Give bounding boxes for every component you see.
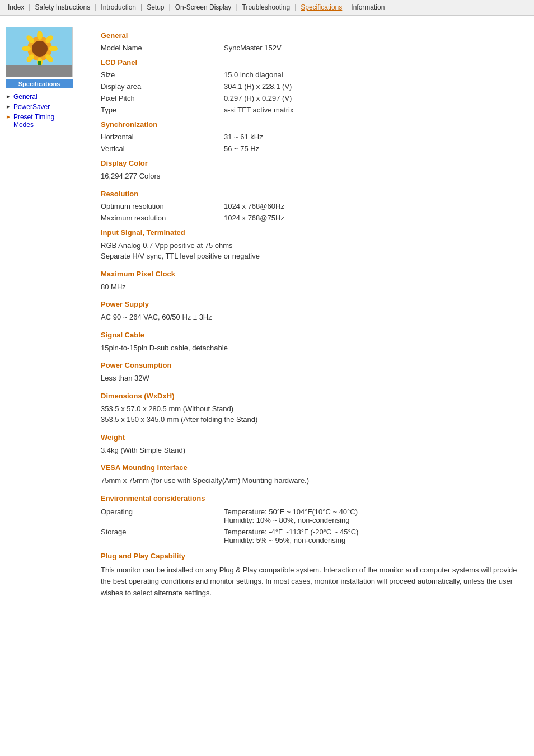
key-operating: Operating [101, 506, 224, 526]
row-max-res: Maximum resolution 1024 x 768@75Hz [101, 212, 523, 224]
nav-bar: Index | Safety Instructions | Introducti… [0, 0, 534, 16]
svg-point-6 [49, 46, 58, 51]
key-type: Type [101, 104, 224, 116]
section-sync: Synchronization [101, 116, 523, 131]
nav-item-setup[interactable]: Setup [143, 2, 167, 12]
val-operating: Temperature: 50°F ~ 104°F(10°C ~ 40°C) H… [224, 506, 523, 526]
val-power-consumption: Less than 32W [101, 372, 523, 387]
sidebar-image [6, 27, 73, 77]
key-display-area: Display area [101, 81, 224, 92]
nav-item-troubleshooting[interactable]: Troubleshooting [239, 2, 294, 12]
val-model-name: SyncMaster 152V [224, 42, 523, 54]
key-horizontal: Horizontal [101, 131, 224, 143]
section-input-signal: Input Signal, Terminated [101, 224, 523, 239]
spec-table-resolution: Optimum resolution 1024 x 768@60Hz Maxim… [101, 200, 523, 224]
section-power-consumption: Power Consumption [101, 356, 523, 372]
section-resolution: Resolution [101, 185, 523, 200]
row-pixel-pitch: Pixel Pitch 0.297 (H) x 0.297 (V) [101, 92, 523, 104]
row-vertical: Vertical 56 ~ 75 Hz [101, 143, 523, 154]
key-pixel-pitch: Pixel Pitch [101, 92, 224, 104]
key-model-name: Model Name [101, 42, 224, 54]
row-storage: Storage Temperature: -4°F ~113°F (-20°C … [101, 526, 523, 546]
svg-rect-12 [38, 61, 41, 68]
section-display-color: Display Color [101, 154, 523, 170]
nav-item-specifications[interactable]: Specifications [297, 2, 345, 12]
sidebar-menu: ► General ► PowerSaver ► Preset TimingMo… [6, 93, 84, 129]
section-weight: Weight [101, 429, 523, 444]
nav-item-osd[interactable]: On-Screen Display [172, 2, 235, 12]
val-weight: 3.4kg (With Simple Stand) [101, 444, 523, 459]
val-type: a-si TFT active matrix [224, 104, 523, 116]
nav-sep-2: | [93, 3, 97, 11]
sidebar: Specifications ► General ► PowerSaver ► … [0, 21, 90, 605]
val-input-signal: RGB Analog 0.7 Vpp positive at 75 ohms S… [101, 239, 523, 265]
nav-item-index[interactable]: Index [4, 2, 27, 12]
row-operating: Operating Temperature: 50°F ~ 104°F(10°C… [101, 506, 523, 526]
val-horizontal: 31 ~ 61 kHz [224, 131, 523, 143]
val-storage: Temperature: -4°F ~113°F (-20°C ~ 45°C) … [224, 526, 523, 546]
section-power-supply: Power Supply [101, 295, 523, 311]
val-vertical: 56 ~ 75 Hz [224, 143, 523, 154]
spec-table-sync: Horizontal 31 ~ 61 kHz Vertical 56 ~ 75 … [101, 131, 523, 154]
key-storage: Storage [101, 526, 224, 546]
env-table: Operating Temperature: 50°F ~ 104°F(10°C… [101, 506, 523, 546]
section-dimensions: Dimensions (WxDxH) [101, 387, 523, 402]
svg-rect-14 [20, 68, 59, 71]
section-environmental: Environmental considerations [101, 490, 523, 505]
svg-point-4 [37, 31, 43, 40]
val-dimensions: 353.5 x 57.0 x 280.5 mm (Without Stand) … [101, 402, 523, 429]
val-vesa: 75mm x 75mm (for use with Specialty(Arm)… [101, 474, 523, 490]
key-vertical: Vertical [101, 143, 224, 154]
spec-table-lcd: Size 15.0 inch diagonal Display area 304… [101, 69, 523, 116]
val-power-supply: AC 90 ~ 264 VAC, 60/50 Hz ± 3Hz [101, 311, 523, 326]
nav-item-introduction[interactable]: Introduction [97, 2, 139, 12]
sidebar-menu-preset-timing[interactable]: ► Preset TimingModes [6, 113, 84, 129]
svg-rect-1 [6, 67, 73, 77]
nav-sep-1: | [27, 3, 31, 11]
svg-point-3 [32, 41, 48, 57]
sidebar-link-preset[interactable]: Preset TimingModes [13, 113, 54, 129]
val-plug-play: This monitor can be installed on any Plu… [101, 565, 523, 599]
sidebar-label: Specifications [6, 79, 73, 88]
val-pixel-clock: 80 MHz [101, 280, 523, 296]
sidebar-menu-general[interactable]: ► General [6, 93, 84, 101]
val-optimum-res: 1024 x 768@60Hz [224, 200, 523, 212]
row-optimum-res: Optimum resolution 1024 x 768@60Hz [101, 200, 523, 212]
section-signal-cable: Signal Cable [101, 326, 523, 341]
key-max-res: Maximum resolution [101, 212, 224, 224]
content-area: General Model Name SyncMaster 152V LCD P… [90, 21, 534, 605]
main-container: Specifications ► General ► PowerSaver ► … [0, 16, 534, 611]
row-horizontal: Horizontal 31 ~ 61 kHz [101, 131, 523, 143]
svg-rect-13 [6, 68, 73, 77]
section-plug-play: Plug and Play Capability [101, 547, 523, 562]
section-pixel-clock: Maximum Pixel Clock [101, 265, 523, 280]
nav-sep-4: | [168, 3, 172, 11]
nav-sep-6: | [293, 3, 297, 11]
nav-item-information[interactable]: Information [348, 2, 388, 12]
row-size: Size 15.0 inch diagonal [101, 69, 523, 81]
val-display-area: 304.1 (H) x 228.1 (V) [224, 81, 523, 92]
section-lcd-panel: LCD Panel [101, 54, 523, 69]
spec-table-general: Model Name SyncMaster 152V [101, 42, 523, 54]
row-display-area: Display area 304.1 (H) x 228.1 (V) [101, 81, 523, 92]
val-size: 15.0 inch diagonal [224, 69, 523, 81]
val-signal-cable: 15pin-to-15pin D-sub cable, detachable [101, 341, 523, 357]
nav-sep-3: | [139, 3, 143, 11]
row-type: Type a-si TFT active matrix [101, 104, 523, 116]
nav-item-safety[interactable]: Safety Instructions [31, 2, 93, 12]
svg-rect-15 [31, 71, 48, 75]
sidebar-link-powersaver[interactable]: PowerSaver [13, 103, 50, 111]
arrow-icon-general: ► [6, 93, 11, 100]
section-vesa: VESA Mounting Interface [101, 459, 523, 474]
arrow-icon-preset: ► [6, 114, 11, 120]
sidebar-menu-powersaver[interactable]: ► PowerSaver [6, 103, 84, 111]
section-general: General [101, 27, 523, 42]
key-size: Size [101, 69, 224, 81]
key-optimum-res: Optimum resolution [101, 200, 224, 212]
sidebar-link-general[interactable]: General [13, 93, 38, 101]
arrow-icon-powersaver: ► [6, 104, 11, 110]
val-max-res: 1024 x 768@75Hz [224, 212, 523, 224]
val-pixel-pitch: 0.297 (H) x 0.297 (V) [224, 92, 523, 104]
nav-sep-5: | [235, 3, 238, 11]
val-display-color: 16,294,277 Colors [101, 170, 523, 185]
